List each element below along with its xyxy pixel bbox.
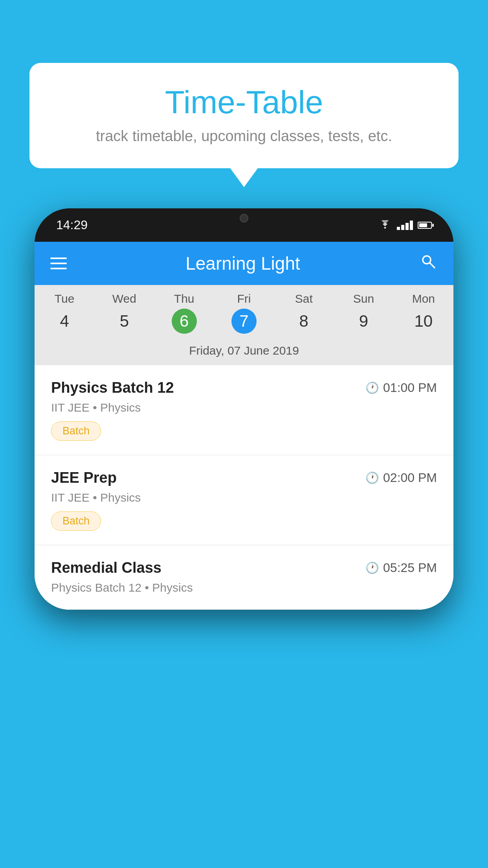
hamburger-line-3 (50, 268, 67, 269)
calendar-day-cell[interactable]: Mon10 (394, 285, 453, 338)
calendar-week-row: Tue4Wed5Thu6Fri7Sat8Sun9Mon10 (35, 285, 453, 338)
phone-wrapper: 14:29 (35, 208, 453, 610)
calendar-day-cell[interactable]: Tue4 (35, 285, 94, 338)
calendar-day-name: Wed (94, 292, 154, 305)
schedule-item-header: Remedial Class🕐 05:25 PM (51, 559, 437, 576)
calendar-day-name: Sat (274, 292, 334, 305)
status-bar: 14:29 (35, 208, 453, 242)
camera-dot (240, 214, 248, 223)
calendar-day-cell[interactable]: Wed5 (94, 285, 154, 338)
wifi-icon (378, 220, 392, 230)
calendar-day-name: Sun (334, 292, 393, 305)
schedule-item-meta: Physics Batch 12 • Physics (51, 581, 437, 594)
hamburger-line-2 (50, 263, 67, 264)
schedule-item[interactable]: Physics Batch 12🕐 01:00 PMIIT JEE • Phys… (35, 365, 453, 455)
app-toolbar: Learning Light (35, 242, 453, 285)
speech-bubble-container: Time-Table track timetable, upcoming cla… (29, 63, 459, 168)
speech-bubble: Time-Table track timetable, upcoming cla… (29, 63, 459, 168)
selected-date-label: Friday, 07 June 2019 (35, 338, 453, 365)
calendar-day-cell[interactable]: Sun9 (334, 285, 393, 338)
schedule-item-time: 🕐 05:25 PM (365, 561, 437, 575)
calendar-day-cell[interactable]: Fri7 (214, 285, 274, 338)
schedule-item-title: Physics Batch 12 (51, 379, 174, 396)
search-button[interactable] (419, 252, 438, 275)
schedule-item[interactable]: Remedial Class🕐 05:25 PMPhysics Batch 12… (35, 545, 453, 610)
schedule-item-header: Physics Batch 12🕐 01:00 PM (51, 379, 437, 396)
schedule-item-time: 🕐 01:00 PM (365, 381, 437, 395)
hamburger-line-1 (50, 257, 67, 259)
schedule-item-meta: IIT JEE • Physics (51, 401, 437, 414)
schedule-item[interactable]: JEE Prep🕐 02:00 PMIIT JEE • PhysicsBatch (35, 455, 453, 545)
clock-icon: 🕐 (365, 471, 379, 484)
phone-notch (220, 208, 268, 228)
status-icons (378, 220, 432, 230)
calendar-day-name: Tue (35, 292, 94, 305)
calendar-day-number[interactable]: 6 (172, 309, 197, 334)
status-time: 14:29 (56, 218, 88, 232)
battery-icon (418, 222, 432, 229)
phone-frame: 14:29 (35, 208, 453, 610)
signal-icon (397, 221, 413, 230)
calendar-day-number[interactable]: 5 (112, 309, 137, 334)
hamburger-menu-button[interactable] (50, 257, 67, 269)
calendar-day-number[interactable]: 7 (231, 309, 257, 334)
calendar-day-name: Mon (394, 292, 453, 305)
schedule-list: Physics Batch 12🕐 01:00 PMIIT JEE • Phys… (35, 365, 453, 610)
schedule-item-title: Remedial Class (51, 559, 161, 576)
batch-tag: Batch (51, 421, 101, 441)
calendar-day-cell[interactable]: Sat8 (274, 285, 334, 338)
schedule-item-header: JEE Prep🕐 02:00 PM (51, 469, 437, 486)
clock-icon: 🕐 (365, 561, 379, 574)
app-title: Learning Light (185, 253, 300, 274)
clock-icon: 🕐 (365, 381, 379, 394)
bubble-title: Time-Table (53, 85, 435, 120)
calendar-day-number[interactable]: 8 (291, 309, 316, 334)
schedule-item-time: 🕐 02:00 PM (365, 471, 437, 485)
batch-tag: Batch (51, 511, 101, 531)
calendar-day-name: Fri (214, 292, 274, 305)
calendar-day-cell[interactable]: Thu6 (154, 285, 214, 338)
calendar-day-number[interactable]: 9 (351, 309, 376, 334)
calendar-day-number[interactable]: 4 (52, 309, 77, 334)
app-screen: Learning Light Tue4Wed5Thu6Fri7Sat8Sun9M… (35, 242, 453, 610)
schedule-item-title: JEE Prep (51, 469, 117, 486)
calendar-day-number[interactable]: 10 (411, 309, 436, 334)
calendar-day-name: Thu (154, 292, 214, 305)
schedule-item-meta: IIT JEE • Physics (51, 491, 437, 504)
svg-line-1 (429, 263, 435, 268)
bubble-subtitle: track timetable, upcoming classes, tests… (53, 128, 435, 145)
